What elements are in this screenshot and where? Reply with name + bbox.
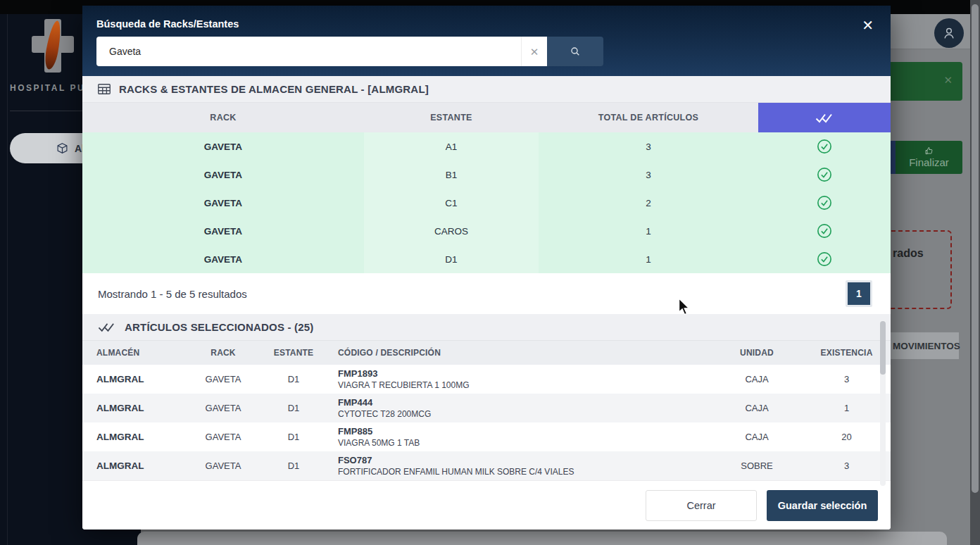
existencia-cell: 3 bbox=[803, 451, 891, 480]
unidad-cell: CAJA bbox=[711, 365, 803, 394]
check-circle-icon bbox=[817, 167, 832, 182]
estante-cell: C1 bbox=[364, 189, 539, 217]
articles-scrollbar[interactable] bbox=[880, 320, 886, 486]
selected-section-header: ARTÍCULOS SELECCIONADOS - (25) bbox=[82, 314, 891, 341]
total-cell: 1 bbox=[539, 245, 758, 273]
mouse-cursor bbox=[677, 299, 691, 315]
article-description: VIAGRA T RECUBIERTA 1 100MG bbox=[338, 380, 470, 390]
background-content-panel bbox=[137, 532, 947, 545]
estante-cell: D1 bbox=[265, 365, 322, 394]
pagination-page-1[interactable]: 1 bbox=[846, 280, 872, 307]
existencia-cell: 3 bbox=[803, 365, 891, 394]
column-header-total[interactable]: TOTAL DE ARTÍCULOS bbox=[539, 103, 758, 132]
codigo-cell: FSO787 FORTIFICADOR ENFAMIL HUMAN MILK S… bbox=[322, 451, 711, 480]
estante-cell: A1 bbox=[364, 132, 539, 161]
modal-footer: Cerrar Guardar selección bbox=[82, 480, 891, 530]
dropzone-text: rados bbox=[893, 247, 924, 260]
cerrar-button[interactable]: Cerrar bbox=[646, 490, 757, 521]
rack-cell: GAVETA bbox=[82, 245, 364, 273]
article-row[interactable]: ALMGRAL GAVETA D1 FMP444 CYTOTEC T28 200… bbox=[82, 394, 891, 422]
sidebar-divider bbox=[10, 111, 87, 111]
article-row[interactable]: ALMGRAL GAVETA D1 FMP885 VIAGRA 50MG 1 T… bbox=[82, 422, 891, 451]
double-check-icon bbox=[815, 113, 834, 123]
rack-cell: GAVETA bbox=[82, 132, 364, 161]
double-check-icon bbox=[98, 322, 116, 332]
column-header-selected[interactable] bbox=[758, 103, 891, 132]
selected-cell[interactable] bbox=[758, 245, 891, 273]
page-scrollbar-thumb[interactable] bbox=[972, 4, 979, 493]
column-header-unidad[interactable]: UNIDAD bbox=[711, 341, 803, 365]
article-code: FSO787 bbox=[338, 455, 372, 466]
check-circle-icon bbox=[817, 251, 832, 267]
rack-row[interactable]: GAVETA A1 3 bbox=[82, 132, 891, 161]
finalizar-label: Finalizar bbox=[909, 156, 949, 168]
estante-cell: D1 bbox=[265, 451, 322, 480]
almacen-cell: ALMGRAL bbox=[82, 422, 181, 451]
cube-icon bbox=[56, 142, 68, 154]
rack-row[interactable]: GAVETA D1 1 bbox=[82, 245, 891, 273]
selected-section-title: ARTÍCULOS SELECCIONADOS - (25) bbox=[125, 321, 314, 333]
codigo-cell: FMP444 CYTOTEC T28 200MCG bbox=[322, 394, 711, 422]
codigo-cell: FMP1893 VIAGRA T RECUBIERTA 1 100MG bbox=[322, 365, 711, 394]
unidad-cell: CAJA bbox=[711, 422, 803, 451]
column-header-rack[interactable]: RACK bbox=[82, 103, 364, 132]
article-code: FMP444 bbox=[338, 397, 372, 408]
selected-cell[interactable] bbox=[758, 217, 891, 245]
estante-cell: D1 bbox=[364, 245, 539, 273]
column-header-estante[interactable]: ESTANTE bbox=[265, 341, 322, 365]
search-input[interactable] bbox=[96, 37, 521, 66]
rack-cell: GAVETA bbox=[181, 451, 265, 480]
articles-table-header: ALMACÉN RACK ESTANTE CÓDIGO / DESCRIPCIÓ… bbox=[82, 341, 891, 365]
article-row[interactable]: ALMGRAL GAVETA D1 FMP1893 VIAGRA T RECUB… bbox=[82, 365, 891, 394]
almacen-cell: ALMGRAL bbox=[82, 365, 181, 394]
column-header-existencia[interactable]: EXISTENCIA bbox=[803, 341, 891, 365]
estante-cell: B1 bbox=[364, 161, 539, 189]
total-cell: 1 bbox=[539, 217, 758, 245]
racks-search-modal: Búsqueda de Racks/Estantes ✕ ✕ RACKS & E… bbox=[82, 6, 891, 530]
total-cell: 3 bbox=[539, 161, 758, 189]
toast-close-icon[interactable]: ✕ bbox=[943, 75, 953, 85]
page-scrollbar[interactable] bbox=[970, 0, 980, 545]
article-description: FORTIFICADOR ENFAMIL HUMAN MILK SOBRE C/… bbox=[338, 467, 574, 477]
selected-cell[interactable] bbox=[758, 161, 891, 189]
user-avatar[interactable] bbox=[934, 18, 964, 48]
unidad-cell: CAJA bbox=[711, 394, 803, 422]
racks-section-header: RACKS & ESTANTES DE ALMACEN GENERAL - [A… bbox=[82, 76, 891, 103]
close-icon[interactable]: ✕ bbox=[862, 18, 874, 32]
total-cell: 3 bbox=[539, 132, 758, 161]
rack-row[interactable]: GAVETA C1 2 bbox=[82, 189, 891, 217]
table-icon bbox=[98, 84, 111, 94]
rack-row[interactable]: GAVETA CAROS 1 bbox=[82, 217, 891, 245]
modal-title: Búsqueda de Racks/Estantes bbox=[96, 18, 877, 30]
finalizar-button[interactable]: Finalizar bbox=[896, 141, 962, 174]
rack-cell: GAVETA bbox=[82, 189, 364, 217]
racks-table-header: RACK ESTANTE TOTAL DE ARTÍCULOS bbox=[82, 103, 891, 132]
column-header-codigo[interactable]: CÓDIGO / DESCRIPCIÓN bbox=[322, 341, 711, 365]
guardar-seleccion-button[interactable]: Guardar selección bbox=[767, 490, 878, 521]
estante-cell: CAROS bbox=[364, 217, 539, 245]
search-button[interactable] bbox=[547, 37, 603, 66]
article-row[interactable]: ALMGRAL GAVETA D1 FSO787 FORTIFICADOR EN… bbox=[82, 451, 891, 480]
column-header-almacen[interactable]: ALMACÉN bbox=[82, 341, 181, 365]
estante-cell: D1 bbox=[265, 394, 322, 422]
window-edge bbox=[7, 0, 8, 545]
rack-cell: GAVETA bbox=[82, 161, 364, 189]
modal-header: Búsqueda de Racks/Estantes ✕ ✕ bbox=[82, 6, 891, 76]
selected-cell[interactable] bbox=[758, 189, 891, 217]
selected-cell[interactable] bbox=[758, 132, 891, 161]
rack-cell: GAVETA bbox=[181, 365, 265, 394]
unidad-cell: SOBRE bbox=[711, 451, 803, 480]
total-cell: 2 bbox=[539, 189, 758, 217]
clear-icon: ✕ bbox=[530, 46, 539, 58]
almacen-cell: ALMGRAL bbox=[82, 394, 181, 422]
article-description: VIAGRA 50MG 1 TAB bbox=[338, 438, 420, 448]
article-description: CYTOTEC T28 200MCG bbox=[338, 409, 431, 419]
rack-row[interactable]: GAVETA B1 3 bbox=[82, 161, 891, 189]
article-code: FMP885 bbox=[338, 426, 372, 437]
check-circle-icon bbox=[817, 139, 832, 154]
clear-search-button[interactable]: ✕ bbox=[521, 37, 547, 66]
column-header-rack[interactable]: RACK bbox=[181, 341, 265, 365]
results-bar: Mostrando 1 - 5 de 5 resultados 1 bbox=[82, 273, 891, 314]
column-header-estante[interactable]: ESTANTE bbox=[364, 103, 539, 132]
articles-scrollbar-thumb[interactable] bbox=[880, 321, 886, 375]
